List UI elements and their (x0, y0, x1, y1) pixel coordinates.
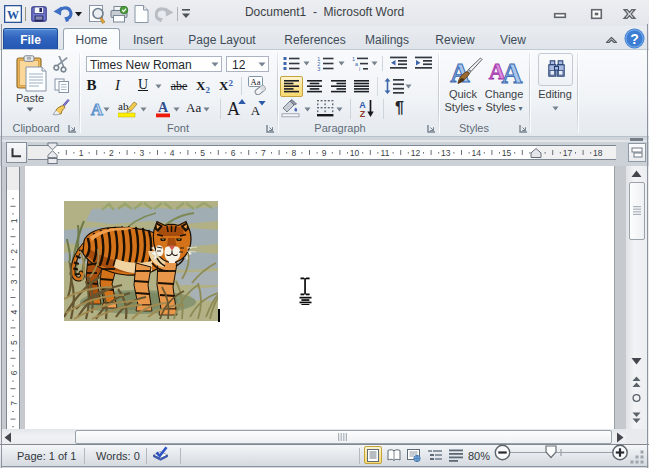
svg-text:8: 8 (291, 148, 296, 158)
svg-text:1: 1 (9, 218, 19, 223)
svg-text:A: A (158, 100, 169, 115)
svg-text:ab: ab (118, 100, 129, 112)
svg-text:A: A (359, 100, 366, 110)
svg-text:5: 5 (9, 340, 19, 345)
svg-text:10: 10 (350, 148, 360, 158)
svg-text:?: ? (630, 31, 639, 47)
svg-text:13: 13 (441, 148, 451, 158)
svg-text:15: 15 (502, 148, 512, 158)
svg-text:11: 11 (381, 148, 390, 158)
svg-text:Z: Z (360, 109, 366, 118)
svg-text:12: 12 (411, 148, 421, 158)
svg-text:i: i (359, 66, 360, 71)
svg-text:A: A (502, 57, 523, 87)
svg-text:Aa: Aa (251, 77, 261, 87)
svg-text:4: 4 (170, 148, 175, 158)
svg-text:A: A (251, 103, 261, 118)
svg-text:2: 2 (109, 148, 114, 158)
svg-text:5: 5 (200, 148, 205, 158)
svg-text:1: 1 (79, 148, 84, 158)
svg-text:3: 3 (9, 279, 19, 284)
svg-text:6: 6 (9, 370, 19, 375)
svg-text:7: 7 (261, 148, 266, 158)
svg-text:14: 14 (471, 148, 481, 158)
svg-text:3: 3 (139, 148, 144, 158)
svg-text:4: 4 (9, 310, 19, 315)
svg-text:2: 2 (9, 249, 19, 254)
svg-text:3: 3 (317, 66, 320, 71)
svg-text:A: A (91, 100, 104, 118)
svg-text:7: 7 (9, 401, 19, 406)
svg-text:9: 9 (322, 148, 327, 158)
svg-text:A: A (227, 99, 240, 118)
svg-text:17: 17 (563, 148, 573, 158)
svg-text:6: 6 (231, 148, 236, 158)
svg-text:18: 18 (593, 148, 603, 158)
